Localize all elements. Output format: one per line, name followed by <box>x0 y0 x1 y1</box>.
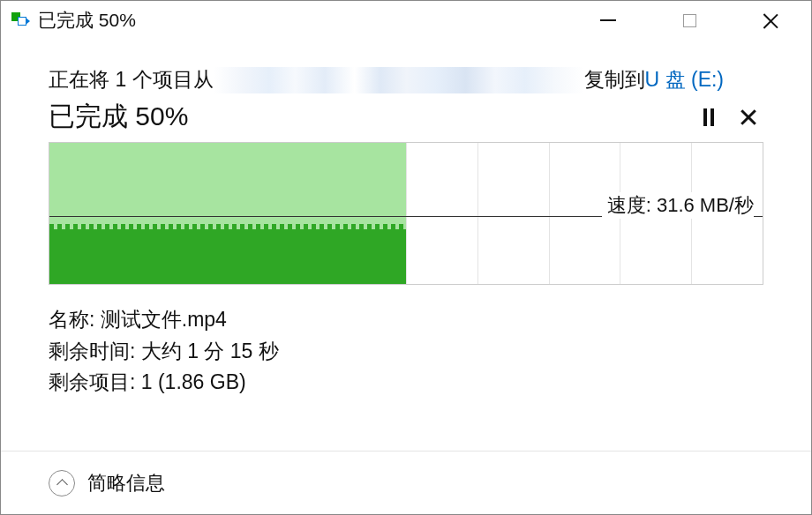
time-label: 剩余时间: <box>49 340 135 362</box>
progress-title: 已完成 50% <box>49 99 188 135</box>
minimize-icon <box>600 19 616 21</box>
redacted-source <box>214 67 584 93</box>
destination-link[interactable]: U 盘 (E:) <box>645 66 724 93</box>
detail-time: 剩余时间: 大约 1 分 15 秒 <box>49 336 763 368</box>
cancel-button[interactable] <box>741 109 756 125</box>
window-title: 已完成 50% <box>38 8 568 33</box>
name-label: 名称: <box>49 308 94 331</box>
time-value: 大约 1 分 15 秒 <box>141 340 279 362</box>
chevron-up-icon <box>56 479 68 490</box>
items-value: 1 (1.86 GB) <box>141 370 246 393</box>
pause-button[interactable] <box>703 108 714 126</box>
titlebar: 已完成 50% <box>1 1 811 40</box>
name-value: 测试文件.mp4 <box>101 308 227 331</box>
chart-jagged-edge <box>49 224 406 229</box>
copy-description: 正在将 1 个项目从 复制到 U 盘 (E:) <box>49 66 763 93</box>
maximize-button[interactable] <box>649 1 730 40</box>
copy-source-prefix: 正在将 1 个项目从 <box>49 66 214 93</box>
toggle-details-label: 简略信息 <box>87 470 165 496</box>
dialog-content: 正在将 1 个项目从 复制到 U 盘 (E:) 已完成 50% <box>1 40 811 451</box>
minimize-button[interactable] <box>568 1 649 40</box>
toggle-details-button[interactable] <box>49 470 75 496</box>
file-copy-dialog: 已完成 50% 正在将 1 个项目从 复制到 U 盘 (E:) 已完成 50% <box>0 0 812 515</box>
detail-items: 剩余项目: 1 (1.86 GB) <box>49 367 763 399</box>
speed-chart: 速度: 31.6 MB/秒 <box>49 142 763 285</box>
footer: 简略信息 <box>1 451 811 514</box>
progress-header: 已完成 50% <box>49 99 763 135</box>
close-button[interactable] <box>730 1 811 40</box>
window-controls <box>568 1 811 40</box>
items-label: 剩余项目: <box>49 370 135 393</box>
chart-current-fill <box>49 228 406 284</box>
close-icon <box>762 11 779 29</box>
speed-label: 速度: 31.6 MB/秒 <box>602 192 754 219</box>
copy-app-icon <box>11 12 29 28</box>
progress-actions <box>703 108 763 126</box>
maximize-icon <box>683 14 696 27</box>
copy-middle-text: 复制到 <box>584 66 645 93</box>
chart-avg-fill <box>49 143 406 227</box>
detail-name: 名称: 测试文件.mp4 <box>49 304 763 336</box>
